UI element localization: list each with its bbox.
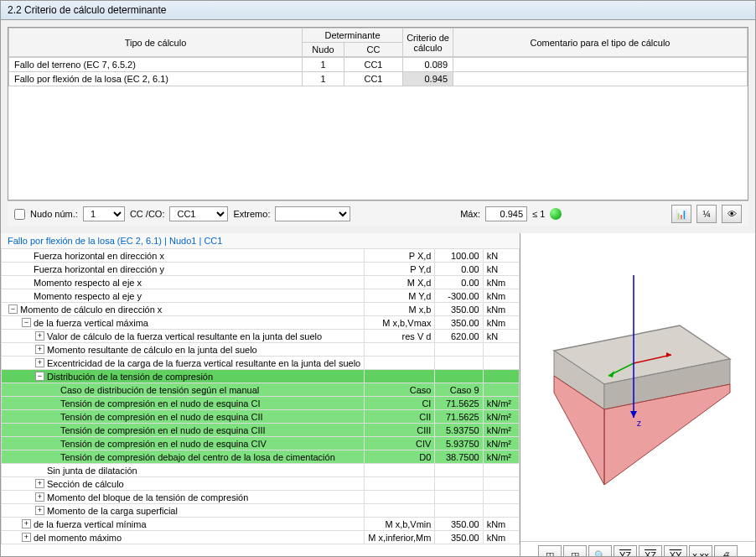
row-value: 0.00: [435, 263, 483, 276]
row-value: 5.93750: [435, 437, 483, 450]
row-symbol: M X,d: [365, 276, 435, 289]
row-symbol: M x,b,Vmax: [365, 316, 435, 330]
controls-bar: Nudo núm.: 1 CC /CO: CC1 Extremo: Máx: ≤…: [8, 200, 748, 226]
detail-row[interactable]: −Momento de cálculo en dirección xM x,b3…: [2, 303, 520, 316]
detail-row[interactable]: −de la fuerza vertical máximaM x,b,Vmax3…: [2, 316, 520, 330]
row-value: -300.00: [435, 289, 483, 303]
viz-canvas[interactable]: z: [520, 233, 755, 541]
tree-expander[interactable]: +: [22, 519, 31, 528]
view-xy-button[interactable]: XY: [664, 545, 687, 557]
view-print-button[interactable]: 🖨: [714, 545, 738, 557]
tree-expander[interactable]: +: [35, 331, 44, 341]
detail-row[interactable]: Tensión de compresión en el nudo de esqu…: [2, 424, 520, 437]
row-value: [435, 504, 483, 518]
row-symbol: [365, 464, 435, 477]
top-section: Tipo de cálculo Determinante Criterio de…: [1, 20, 755, 233]
chart-button[interactable]: 📊: [671, 205, 691, 223]
row-value: 38.7500: [435, 450, 483, 464]
row-symbol: [365, 370, 435, 383]
row-unit: kNm: [483, 316, 519, 330]
detail-row[interactable]: +del momento máximoM x,inferior,Mm350.00…: [2, 531, 520, 544]
tree-expander[interactable]: −: [22, 318, 31, 327]
row-label: Momento del bloque de la tensión de comp…: [47, 492, 248, 502]
detail-row[interactable]: Sin junta de dilatación: [2, 464, 520, 477]
viz-panel: z ◫ ◳ 🔍 YZ XZ XY x.xx 🖨: [520, 233, 755, 557]
detail-row[interactable]: Tensión de compresión en el nudo de esqu…: [2, 437, 520, 450]
row-symbol: M x,b: [365, 303, 435, 316]
nudo-checkbox[interactable]: [14, 209, 25, 220]
extremo-label: Extremo:: [233, 209, 270, 219]
row-label: Caso de distribución de tensión según el…: [60, 385, 259, 395]
row-value: [435, 477, 483, 491]
eye-button[interactable]: 👁: [722, 205, 742, 223]
detail-row[interactable]: Fuerza horizontal en dirección yP Y,d0.0…: [2, 263, 520, 276]
col-det-group: Determinante: [303, 29, 403, 43]
max-limit: ≤ 1: [532, 209, 545, 219]
tree-expander[interactable]: +: [35, 506, 44, 515]
svg-text:z: z: [637, 419, 641, 428]
cc-select[interactable]: CC1: [169, 206, 228, 221]
detail-row[interactable]: +Excentricidad de la carga de la fuerza …: [2, 357, 520, 370]
row-unit: kN/m²: [483, 437, 519, 450]
row-symbol: M x,b,Vmin: [365, 518, 435, 531]
detail-row[interactable]: Tensión de compresión en el nudo de esqu…: [2, 410, 520, 424]
tree-expander[interactable]: +: [35, 345, 44, 354]
view-iso-button[interactable]: ◫: [538, 545, 562, 557]
section-title: 2.2 Criterio de cálculo determinante: [8, 4, 166, 16]
row-label: de la fuerza vertical mínima: [34, 519, 147, 529]
detail-row[interactable]: Tensión de compresión en el nudo de esqu…: [2, 397, 520, 410]
view-yz-button[interactable]: YZ: [614, 545, 637, 557]
detail-row[interactable]: +de la fuerza vertical mínimaM x,b,Vmin3…: [2, 518, 520, 531]
row-unit: kN: [483, 330, 519, 343]
row-label: Sección de cálculo: [47, 479, 124, 489]
row-symbol: D0: [365, 450, 435, 464]
table-row[interactable]: Fallo por flexión de la losa (EC 2, 6.1)…: [9, 72, 748, 86]
row-value: 100.00: [435, 249, 483, 263]
detail-row[interactable]: Fuerza horizontal en dirección xP X,d100…: [2, 249, 520, 263]
row-symbol: P Y,d: [365, 263, 435, 276]
filter-button[interactable]: ¼: [696, 205, 717, 223]
row-label: Fuerza horizontal en dirección x: [34, 251, 164, 261]
row-value: 350.00: [435, 303, 483, 316]
detail-row[interactable]: Momento respecto al eje xM X,d0.00kNm: [2, 276, 520, 289]
row-symbol: M Y,d: [365, 289, 435, 303]
detail-row[interactable]: Momento respecto al eje yM Y,d-300.00kNm: [2, 289, 520, 303]
nudo-select[interactable]: 1: [83, 206, 125, 221]
tree-expander[interactable]: +: [35, 479, 44, 488]
detail-row[interactable]: Caso de distribución de tensión según el…: [2, 383, 520, 397]
detail-table[interactable]: Fuerza horizontal en dirección xP X,d100…: [1, 248, 520, 557]
row-symbol: CIV: [365, 437, 435, 450]
row-label: Momento resultante de cálculo en la junt…: [47, 345, 257, 355]
col-criterio: Criterio de cálculo: [403, 29, 453, 57]
status-ok-icon: [550, 208, 562, 220]
row-value: [435, 370, 483, 383]
max-value: [485, 206, 527, 221]
detail-row[interactable]: −Distribución de la tensión de compresió…: [2, 370, 520, 383]
detail-row[interactable]: Tensión de compresión debajo del centro …: [2, 450, 520, 464]
detail-row[interactable]: +Valor de cálculo de la fuerza vertical …: [2, 330, 520, 343]
tree-expander[interactable]: +: [35, 492, 44, 502]
view-zoom-button[interactable]: 🔍: [588, 545, 612, 557]
row-value: 350.00: [435, 316, 483, 330]
view-persp-button[interactable]: ◳: [563, 545, 587, 557]
row-unit: [483, 491, 519, 504]
detail-row[interactable]: +Sección de cálculo: [2, 477, 520, 491]
extremo-select[interactable]: [275, 206, 350, 221]
table-row[interactable]: Fallo del terreno (EC 7, 6.5.2)1CC10.089: [9, 58, 748, 72]
view-xz-button[interactable]: XZ: [639, 545, 662, 557]
detail-row[interactable]: +Momento de la carga superficial: [2, 504, 520, 518]
row-value: [435, 491, 483, 504]
row-unit: [483, 504, 519, 518]
detail-row[interactable]: +Momento del bloque de la tensión de com…: [2, 491, 520, 504]
row-unit: kN: [483, 249, 519, 263]
tree-expander[interactable]: −: [8, 305, 18, 314]
row-unit: kNm: [483, 276, 519, 289]
row-unit: [483, 370, 519, 383]
row-label: Distribución de la tensión de compresión: [47, 372, 213, 382]
tree-expander[interactable]: −: [35, 372, 44, 381]
row-value: 71.5625: [435, 397, 483, 410]
tree-expander[interactable]: +: [22, 533, 31, 542]
tree-expander[interactable]: +: [35, 358, 44, 367]
detail-row[interactable]: +Momento resultante de cálculo en la jun…: [2, 343, 520, 357]
view-xxx-button[interactable]: x.xx: [689, 545, 712, 557]
